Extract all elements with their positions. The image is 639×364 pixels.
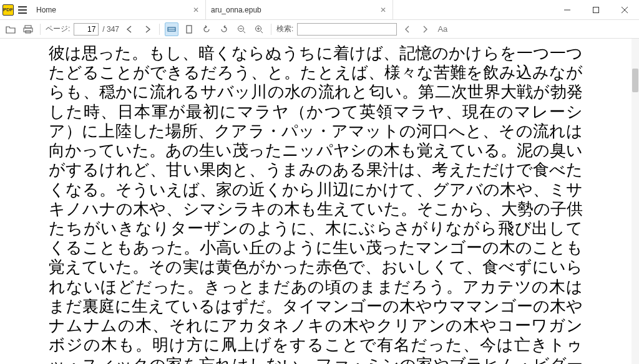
tab-document[interactable]: aru_onna.epub ✕: [206, 0, 393, 19]
toolbar-separator: [271, 24, 271, 35]
fit-width-button[interactable]: [165, 22, 178, 36]
page-body-text: 彼は思った。もし、暗くならぬうちに着けば、記憶のかけらを一つ一つたどることができ…: [0, 39, 632, 364]
app-icon: PDF: [2, 4, 14, 16]
close-icon[interactable]: ✕: [379, 6, 388, 14]
zoom-out-button[interactable]: [235, 22, 248, 36]
document-viewport[interactable]: 彼は思った。もし、暗くならぬうちに着けば、記憶のかけらを一つ一つたどることができ…: [0, 39, 632, 364]
search-prev-button[interactable]: [401, 22, 414, 36]
titlebar-left: PDF: [0, 0, 31, 19]
hamburger-menu-icon[interactable]: [16, 4, 29, 16]
tab-strip: Home ✕ aru_onna.epub ✕: [31, 0, 553, 19]
prev-page-button[interactable]: [123, 22, 137, 36]
svg-rect-5: [187, 26, 192, 33]
match-case-button[interactable]: Aa: [436, 22, 449, 36]
window-maximize-button[interactable]: [582, 0, 610, 19]
page-number-input[interactable]: [74, 23, 99, 36]
window-close-button[interactable]: [610, 0, 639, 19]
next-page-button[interactable]: [140, 22, 154, 36]
fit-page-button[interactable]: [182, 22, 196, 36]
open-file-button[interactable]: [4, 22, 17, 36]
page-total-label: / 347: [102, 25, 119, 34]
svg-rect-0: [593, 7, 599, 12]
print-button[interactable]: [21, 22, 35, 36]
toolbar: ページ: / 347 検索: Aa: [0, 20, 639, 39]
svg-rect-1: [25, 26, 31, 28]
close-icon[interactable]: ✕: [192, 6, 200, 14]
search-input[interactable]: [297, 23, 397, 36]
rotate-left-button[interactable]: [200, 22, 213, 36]
window-minimize-button[interactable]: [553, 0, 582, 19]
vertical-scrollbar-thumb[interactable]: [632, 69, 638, 92]
body-text: 彼は思った。もし、暗くならぬうちに着けば、記憶のかけらを一つ一つたどることができ…: [49, 44, 583, 364]
search-label: 検索:: [276, 24, 293, 34]
tab-label: Home: [36, 6, 188, 14]
svg-rect-2: [24, 28, 32, 32]
search-next-button[interactable]: [418, 22, 432, 36]
window-controls: [553, 0, 639, 19]
toolbar-separator: [159, 24, 160, 35]
vertical-scrollbar-track[interactable]: [632, 39, 639, 364]
titlebar: PDF Home ✕ aru_onna.epub ✕: [0, 0, 639, 20]
page-label: ページ:: [46, 24, 70, 34]
zoom-in-button[interactable]: [252, 22, 266, 36]
tab-home[interactable]: Home ✕: [31, 0, 206, 19]
tab-label: aru_onna.epub: [211, 6, 375, 14]
toolbar-separator: [40, 24, 41, 35]
rotate-right-button[interactable]: [217, 22, 231, 36]
